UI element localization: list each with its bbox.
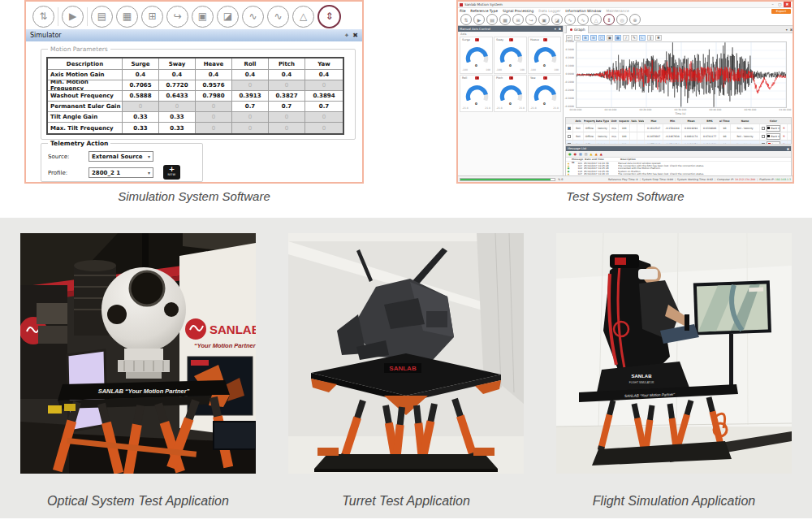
profile-lock-icon[interactable]: ▣ — [192, 6, 214, 28]
value-cell[interactable]: 0.7 — [305, 102, 343, 112]
signal-add-icon[interactable]: ∿ — [242, 6, 264, 28]
value-cell[interactable]: 0 — [232, 123, 269, 133]
visible-checkbox[interactable] — [568, 135, 571, 138]
value-cell[interactable]: 0.3913 — [232, 91, 269, 102]
data-cell[interactable] — [760, 124, 767, 132]
play-icon[interactable]: ▶ — [473, 14, 485, 25]
source-select[interactable]: External Source ▾ — [89, 151, 153, 162]
motion-platform-icon[interactable]: ⇅ — [32, 6, 54, 28]
value-cell[interactable]: 0.5888 — [123, 91, 159, 102]
value-cell[interactable]: 0.7065 — [123, 80, 159, 91]
zoom-window-icon[interactable]: ▢ — [598, 35, 605, 41]
close-icon[interactable]: ✖ — [559, 27, 561, 31]
value-cell[interactable]: 0 — [123, 102, 159, 112]
data-cell[interactable] — [760, 132, 767, 140]
delete-cell[interactable]: ✕ — [781, 124, 788, 132]
snapshot-icon[interactable]: ▣ — [607, 35, 613, 41]
value-cell[interactable]: 0 — [269, 123, 305, 133]
value-cell[interactable]: 0.3894 — [305, 91, 343, 102]
close-icon[interactable]: ✖ — [790, 28, 793, 32]
calculator-icon[interactable]: ⊞ — [141, 6, 163, 28]
chevron-down-icon[interactable]: ▾ — [555, 27, 556, 31]
visible-checkbox-cell[interactable] — [566, 132, 573, 140]
export-button[interactable]: Export — [771, 9, 791, 14]
power-icon[interactable]: ⊕ — [629, 14, 641, 25]
delete-cell[interactable]: ✕ — [781, 141, 788, 145]
link-icon[interactable]: ◎ — [616, 14, 628, 25]
value-cell[interactable]: 0.3827 — [269, 91, 305, 102]
chart-icon[interactable]: ◪ — [217, 6, 239, 28]
save-icon[interactable]: ▦ — [499, 14, 511, 25]
motion-platform-icon[interactable]: ⇅ — [460, 14, 472, 25]
menu-file[interactable]: File — [460, 9, 465, 13]
visible-checkbox-cell[interactable] — [566, 124, 573, 132]
signal-row[interactable]: RollOfflineVelocitym/s1000.2455607-0.246… — [566, 132, 791, 141]
color-select[interactable]: Red▾ — [767, 141, 780, 145]
curve-icon[interactable]: ∕ — [623, 35, 629, 41]
value-cell[interactable]: 0 — [269, 80, 305, 91]
value-cell[interactable]: 0.9576 — [196, 80, 232, 91]
msg-error-icon[interactable]: ▲ — [600, 153, 603, 156]
value-cell[interactable]: 0 — [232, 80, 269, 91]
calibration-icon[interactable]: △ — [292, 6, 314, 28]
color-select[interactable]: Black▾ — [767, 125, 780, 132]
save-icon[interactable]: ▦ — [116, 6, 138, 28]
minimize-button[interactable]: – — [769, 2, 776, 6]
platform-updown-icon[interactable]: ⇕ — [603, 14, 615, 25]
profile-lock-icon[interactable]: ▣ — [538, 14, 550, 25]
value-cell[interactable]: 0.4 — [269, 70, 305, 80]
value-cell[interactable]: 0 — [196, 112, 232, 123]
play-icon[interactable]: ▶ — [62, 6, 84, 28]
color-cell[interactable]: Black▾ — [767, 132, 781, 140]
scale-icon[interactable]: ∥ — [647, 35, 654, 41]
value-cell[interactable]: 0.33 — [159, 112, 196, 123]
profile-select[interactable]: 2800_2 1 ▾ — [89, 167, 153, 178]
menu-information-window[interactable]: Information Window — [565, 9, 601, 13]
color-cell[interactable]: Red▾ — [767, 141, 781, 145]
tab-graph[interactable]: Graph — [566, 25, 589, 33]
pin-icon[interactable]: ⌖ — [345, 32, 349, 40]
value-cell[interactable]: 0.7980 — [196, 91, 232, 102]
zoom-out-icon[interactable]: ⊖ — [590, 35, 597, 41]
export-profile-icon[interactable]: ↪ — [166, 6, 188, 28]
visible-checkbox[interactable] — [568, 143, 571, 145]
value-cell[interactable]: 0.7 — [269, 102, 305, 112]
value-cell[interactable]: 0 — [159, 102, 196, 112]
data-cell[interactable] — [760, 141, 767, 145]
calculator-icon[interactable]: ⊞ — [512, 14, 524, 25]
settings-icon[interactable]: ✱ — [655, 35, 662, 41]
signal-split-icon[interactable]: ∿ — [267, 6, 289, 28]
edit-icon[interactable]: ✎ — [631, 35, 637, 41]
signal-split-icon[interactable]: ∿ — [577, 14, 589, 25]
row-button[interactable] — [762, 127, 765, 130]
msg-save-icon[interactable]: ▦ — [579, 153, 582, 156]
value-cell[interactable]: 0.4 — [123, 70, 159, 80]
visible-checkbox[interactable] — [568, 127, 571, 130]
signal-row[interactable]: YawOfflineVelocitym/s1000.2778986-0.1700… — [566, 141, 791, 145]
color-select[interactable]: Black▾ — [767, 133, 780, 140]
row-button[interactable] — [762, 143, 765, 145]
platform-updown-icon[interactable]: ⇕ — [317, 5, 341, 28]
visible-checkbox-cell[interactable] — [566, 141, 573, 145]
signal-row[interactable]: RollOfflineVelocitym/s1000.1612547-0.150… — [566, 124, 791, 132]
chevron-down-icon[interactable]: ▾ — [786, 28, 788, 32]
value-cell[interactable]: 0.33 — [123, 123, 159, 133]
color-cell[interactable]: Black▾ — [767, 124, 781, 132]
msg-warning-icon[interactable]: ▲ — [590, 153, 593, 156]
grid-icon[interactable]: ▦ — [615, 35, 621, 41]
axes-icon[interactable]: ∟ — [639, 35, 646, 41]
value-cell[interactable]: 0 — [305, 123, 343, 133]
close-icon[interactable]: ✖ — [352, 32, 358, 39]
menu-reference-type[interactable]: Reference Type — [470, 9, 498, 13]
menu-signal-processing[interactable]: Signal Processing — [503, 9, 533, 13]
delete-cell[interactable]: ✕ — [781, 132, 788, 140]
value-cell[interactable]: 0.7720 — [159, 80, 196, 91]
maximize-button[interactable]: ▢ — [776, 2, 784, 6]
value-cell[interactable]: 0 — [196, 102, 232, 112]
delete-row-icon[interactable]: ✕ — [783, 126, 785, 130]
close-icon[interactable]: ✖ — [787, 147, 789, 151]
calibration-icon[interactable]: △ — [590, 14, 602, 25]
msg-clear-icon[interactable]: ● — [574, 153, 577, 156]
value-cell[interactable]: 0.33 — [159, 123, 196, 133]
signal-add-icon[interactable]: ∿ — [564, 14, 576, 25]
